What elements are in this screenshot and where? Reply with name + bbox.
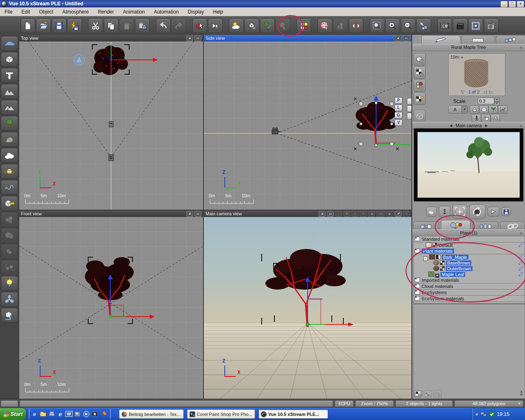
curve-button[interactable] bbox=[1, 180, 18, 195]
view-options-button[interactable] bbox=[327, 211, 334, 217]
save-camera-button[interactable] bbox=[501, 207, 511, 216]
vegetation-button[interactable] bbox=[1, 116, 18, 131]
planet-button[interactable] bbox=[1, 164, 18, 179]
flag-v-button[interactable]: V bbox=[395, 119, 402, 126]
view-display-mode-button[interactable] bbox=[395, 35, 402, 41]
select-object-button[interactable] bbox=[192, 18, 207, 33]
edit-material-icon[interactable] bbox=[518, 243, 523, 249]
tab-libraries[interactable] bbox=[472, 221, 498, 230]
cloud-button[interactable] bbox=[1, 148, 18, 163]
collapse-icon[interactable]: ▲ bbox=[519, 44, 523, 50]
edit-material-icon[interactable] bbox=[518, 260, 523, 266]
import-object-button[interactable] bbox=[1, 308, 18, 323]
ie-launch-icon[interactable]: e bbox=[30, 410, 39, 418]
group-objects-button[interactable] bbox=[1, 212, 18, 227]
material-export-button[interactable] bbox=[424, 390, 432, 397]
material-group-row[interactable]: Imported materials bbox=[413, 277, 525, 283]
maximize-button[interactable]: □ bbox=[509, 1, 516, 7]
photo-app-icon[interactable] bbox=[73, 410, 82, 418]
flag-g-button[interactable]: G bbox=[395, 112, 402, 119]
scale-input[interactable] bbox=[478, 98, 494, 104]
material-row[interactable]: Default bbox=[413, 242, 525, 248]
flag-button-clipped[interactable] bbox=[407, 98, 411, 105]
polygons-dropdown-icon[interactable]: ▼ bbox=[518, 401, 521, 407]
world-browser-button[interactable] bbox=[317, 18, 332, 33]
tab-objects[interactable] bbox=[413, 221, 439, 230]
antivirus-tray-icon[interactable] bbox=[489, 411, 495, 417]
scatter-button[interactable] bbox=[1, 260, 18, 275]
convert-object-button[interactable] bbox=[1, 196, 18, 211]
paste-object-button[interactable] bbox=[135, 18, 150, 33]
front-view-header[interactable]: Front view bbox=[19, 210, 203, 217]
select-animation-button[interactable] bbox=[208, 18, 223, 33]
save-button[interactable] bbox=[52, 18, 66, 33]
material-options-button[interactable] bbox=[413, 66, 426, 79]
layers-button[interactable] bbox=[360, 211, 367, 217]
front-view-canvas[interactable]: Z X 0m5m10m bbox=[19, 217, 203, 399]
zoom-region-button[interactable] bbox=[370, 18, 384, 33]
render-preview-button[interactable] bbox=[335, 211, 342, 217]
terrain-button[interactable] bbox=[1, 84, 18, 99]
next-camera-icon[interactable]: ▶ bbox=[485, 123, 488, 128]
tab-links[interactable] bbox=[500, 221, 525, 230]
toggle-mask-button[interactable] bbox=[470, 105, 479, 114]
tab-aspect[interactable] bbox=[496, 35, 525, 45]
boolean-button[interactable] bbox=[1, 228, 18, 243]
dolly-button[interactable] bbox=[439, 206, 450, 217]
render-options-button[interactable] bbox=[244, 18, 259, 33]
tab-numerics[interactable] bbox=[461, 35, 495, 45]
render-stats-button[interactable] bbox=[333, 18, 348, 33]
start-button[interactable]: Start bbox=[0, 408, 26, 420]
flip-view-button[interactable] bbox=[349, 18, 363, 33]
camera-view-canvas[interactable]: Z X bbox=[204, 217, 411, 399]
play-camera-button[interactable] bbox=[488, 207, 499, 217]
wind-button[interactable] bbox=[1, 292, 18, 307]
menu-help[interactable]: Help bbox=[208, 8, 228, 16]
prev-camera-icon[interactable]: ◀ bbox=[450, 123, 452, 128]
procedural-terrain-button[interactable] bbox=[1, 100, 18, 115]
toggle-graph-button[interactable] bbox=[498, 105, 507, 114]
atmosphere-editor-button[interactable] bbox=[229, 18, 244, 33]
list-scroll-spinner[interactable]: ▲▼ bbox=[520, 390, 523, 397]
task-vue[interactable]: Vue 10.5 xStream PLE... bbox=[258, 409, 328, 419]
collapse-icon[interactable]: ▲ bbox=[519, 231, 523, 235]
z-buffer-button[interactable]: Z bbox=[352, 211, 358, 217]
material-link-button[interactable] bbox=[434, 390, 442, 397]
top-view-header[interactable]: Top view bbox=[19, 35, 203, 41]
word-icon[interactable]: W bbox=[65, 410, 73, 418]
material-settings-button[interactable] bbox=[414, 390, 422, 397]
media-player-icon[interactable] bbox=[82, 410, 90, 418]
prev-frame-button[interactable]: ◀ bbox=[368, 211, 375, 217]
animation-strip-button[interactable] bbox=[437, 18, 452, 33]
light-button[interactable] bbox=[1, 276, 18, 291]
flag-l-button[interactable]: L bbox=[395, 105, 402, 111]
view-display-mode-button[interactable] bbox=[186, 211, 193, 217]
top-view-canvas[interactable]: Y X 0m5m10m bbox=[19, 41, 203, 210]
toggle-plant-button[interactable] bbox=[488, 105, 498, 114]
title-bar[interactable]: Vue 10.5 xStream PLE - Untitled _ □ × bbox=[0, 0, 525, 7]
folders-icon[interactable] bbox=[39, 410, 47, 418]
flag-p-button[interactable]: P bbox=[395, 97, 402, 104]
camera-view-header[interactable]: Main camera view Z ◀ 00 ▶ bbox=[204, 210, 411, 217]
size-dropdown-icon[interactable]: ▼ bbox=[460, 56, 463, 59]
clock[interactable]: 19:15 bbox=[497, 411, 509, 417]
text-object-button[interactable] bbox=[1, 68, 18, 83]
new-button[interactable] bbox=[21, 18, 35, 33]
tree-object-top[interactable] bbox=[92, 45, 158, 75]
material-row[interactable]: OuterBrown bbox=[413, 266, 525, 272]
edit-material-icon[interactable] bbox=[518, 266, 523, 272]
object-render-options-button[interactable] bbox=[413, 53, 426, 66]
view-options-button[interactable] bbox=[194, 35, 201, 41]
toggle-dome-button[interactable] bbox=[491, 114, 500, 122]
wireframe-toggle-button[interactable] bbox=[413, 110, 426, 122]
menu-automation[interactable]: Automation bbox=[149, 8, 183, 16]
toggle-ball-button[interactable] bbox=[481, 114, 491, 122]
undo-button[interactable] bbox=[156, 18, 171, 33]
primitive-cube-button[interactable] bbox=[1, 52, 18, 67]
redo-button[interactable] bbox=[171, 18, 186, 33]
color-picker-button[interactable] bbox=[297, 18, 311, 33]
task-corel[interactable]: Corel Paint Shop Pro Pho... bbox=[187, 409, 255, 419]
menu-animation[interactable]: Animation bbox=[119, 8, 149, 16]
printer-icon[interactable] bbox=[48, 410, 56, 418]
close-button[interactable]: × bbox=[517, 1, 524, 7]
